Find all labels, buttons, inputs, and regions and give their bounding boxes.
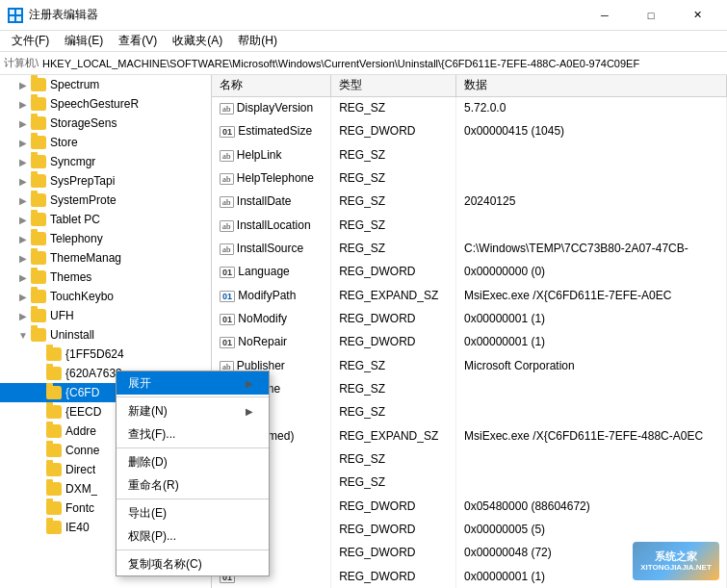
maximize-button[interactable]: □ <box>629 0 673 31</box>
tree-item[interactable]: ▶Themes <box>0 268 211 287</box>
tree-item[interactable]: ▶Syncmgr <box>0 152 211 171</box>
reg-dword-icon: 01 <box>220 337 235 348</box>
col-name[interactable]: 名称 <box>212 75 331 96</box>
menu-edit[interactable]: 编辑(E) <box>57 31 111 52</box>
table-row[interactable]: 01 NoModifyREG_DWORD0x00000001 (1) <box>212 307 727 330</box>
tree-item-label: {EECD <box>65 405 101 419</box>
context-menu-item[interactable]: 展开▶ <box>117 371 269 395</box>
table-cell-name: 01 Language <box>212 260 331 283</box>
context-menu-item[interactable]: 导出(E) <box>117 501 269 524</box>
folder-icon <box>46 444 62 457</box>
table-cell-type: REG_SZ <box>331 354 456 377</box>
folder-icon <box>31 251 46 265</box>
table-cell-type: REG_SZ <box>331 237 456 260</box>
expand-icon: ▶ <box>15 253 31 264</box>
context-menu-item-label: 重命名(R) <box>128 477 179 494</box>
svg-rect-0 <box>10 10 14 14</box>
table-cell-data <box>455 143 726 166</box>
table-cell-data: 20240125 <box>455 190 726 213</box>
table-row[interactable]: ab PublisherREG_SZMicrosoft Corporation <box>212 354 727 377</box>
table-cell-name: ab InstallDate <box>212 190 331 213</box>
context-menu-item[interactable]: 新建(N)▶ <box>117 399 269 422</box>
table-cell-type: REG_SZ <box>331 96 456 119</box>
table-row[interactable]: ab DisplayVersionREG_SZ5.72.0.0 <box>212 96 727 119</box>
menu-file[interactable]: 文件(F) <box>4 31 57 52</box>
context-menu-separator <box>117 499 269 499</box>
folder-icon <box>31 78 46 91</box>
table-row[interactable]: ab InstallLocationREG_SZ <box>212 214 727 237</box>
folder-icon <box>31 97 46 111</box>
menu-bar: 文件(F) 编辑(E) 查看(V) 收藏夹(A) 帮助(H) <box>0 31 727 52</box>
table-row[interactable]: ab HelpTelephoneREG_SZ <box>212 166 727 190</box>
submenu-arrow-icon: ▶ <box>246 406 253 417</box>
table-row[interactable]: 01 REG_DWORD0x05480000 (88604672) <box>212 495 727 518</box>
table-header-row: 名称 类型 数据 <box>212 75 727 96</box>
tree-item[interactable]: ▶UFH <box>0 306 211 325</box>
table-cell-data <box>455 400 726 423</box>
context-menu-item-label: 新建(N) <box>128 403 168 420</box>
table-row[interactable]: ab InstallDateREG_SZ20240125 <box>212 190 727 213</box>
expand-icon: ▶ <box>15 99 31 110</box>
table-row[interactable]: 01 EstimatedSizeREG_DWORD0x00000415 (104… <box>212 119 727 142</box>
expand-icon: ▶ <box>15 138 31 148</box>
app-icon <box>8 8 23 23</box>
tree-item[interactable]: {1FF5D624 <box>0 345 211 364</box>
tree-item-label: UFH <box>50 309 74 322</box>
context-menu-item[interactable]: 删除(D) <box>117 450 269 473</box>
folder-icon <box>31 116 46 130</box>
table-row[interactable]: ab SizeREG_SZ <box>212 400 727 423</box>
close-button[interactable]: ✕ <box>675 0 719 31</box>
tree-item[interactable]: ▶Tablet PC <box>0 210 211 229</box>
tree-item-label: Spectrum <box>50 78 99 91</box>
tree-item[interactable]: ▼Uninstall <box>0 325 211 345</box>
table-cell-data <box>455 377 726 400</box>
expand-icon: ▶ <box>15 176 31 187</box>
tree-item[interactable]: ▶Telephony <box>0 229 211 248</box>
table-row[interactable]: 01 ModifyPathREG_EXPAND_SZMsiExec.exe /X… <box>212 284 727 307</box>
tree-item[interactable]: ▶SystemProte <box>0 191 211 210</box>
menu-view[interactable]: 查看(V) <box>111 31 165 52</box>
table-cell-type: REG_DWORD <box>331 260 456 283</box>
svg-rect-2 <box>10 16 14 21</box>
watermark-image: 系统之家 XITONGJIAJIA.NET <box>633 542 719 580</box>
table-cell-type: REG_SZ <box>331 447 456 471</box>
tree-item[interactable]: ▶ThemeManag <box>0 248 211 268</box>
table-cell-data: 0x00000001 (1) <box>455 330 726 353</box>
context-menu-item[interactable]: 权限(P)... <box>117 524 269 548</box>
tree-item[interactable]: ▶StorageSens <box>0 114 211 133</box>
context-menu-item-label: 查找(F)... <box>128 426 175 443</box>
table-row[interactable]: ab REG_SZ <box>212 447 727 471</box>
minimize-button[interactable]: ─ <box>583 0 627 31</box>
expand-icon: ▶ <box>15 118 31 129</box>
table-cell-name: ab InstallLocation <box>212 214 331 237</box>
table-row[interactable]: ab REG_SZ <box>212 471 727 494</box>
tree-item-label: IE40 <box>65 521 90 534</box>
tree-item[interactable]: ▶Spectrum <box>0 75 211 94</box>
context-menu-item[interactable]: 复制项名称(C) <box>117 552 269 575</box>
tree-item[interactable]: ▶SysPrepTapi <box>0 171 211 191</box>
table-row[interactable]: ab InstallSourceREG_SZC:\Windows\TEMP\7C… <box>212 237 727 260</box>
table-cell-data: 0x00000005 (5) <box>455 518 726 541</box>
tree-item-label: Addre <box>65 424 96 438</box>
tree-item[interactable]: ▶Store <box>0 133 211 152</box>
menu-help[interactable]: 帮助(H) <box>230 31 285 52</box>
table-cell-data: MsiExec.exe /X{C6FD611E-7EFE-488C-A0EC <box>455 424 726 447</box>
table-cell-name: ab HelpLink <box>212 143 331 166</box>
table-row[interactable]: ab HelpLinkREG_SZ <box>212 143 727 166</box>
table-row[interactable]: ab ReadmeREG_SZ <box>212 377 727 400</box>
tree-item[interactable]: ▶SpeechGestureR <box>0 94 211 114</box>
col-type[interactable]: 类型 <box>331 75 456 96</box>
menu-favorites[interactable]: 收藏夹(A) <box>165 31 230 52</box>
table-row[interactable]: 01 LanguageREG_DWORD0x00000000 (0) <box>212 260 727 283</box>
table-row[interactable]: 01 (unnamed)REG_EXPAND_SZMsiExec.exe /X{… <box>212 424 727 447</box>
table-cell-name: 01 NoModify <box>212 307 331 330</box>
context-menu-item[interactable]: 重命名(R) <box>117 473 269 497</box>
col-data[interactable]: 数据 <box>455 75 726 96</box>
tree-item-label: SysPrepTapi <box>50 174 115 188</box>
table-cell-type: REG_DWORD <box>331 119 456 142</box>
table-cell-name: ab InstallSource <box>212 237 331 260</box>
table-row[interactable]: 01 REG_DWORD0x00000005 (5) <box>212 518 727 541</box>
table-row[interactable]: 01 NoRepairREG_DWORD0x00000001 (1) <box>212 330 727 353</box>
context-menu-item[interactable]: 查找(F)... <box>117 422 269 446</box>
tree-item[interactable]: ▶TouchKeybo <box>0 287 211 306</box>
